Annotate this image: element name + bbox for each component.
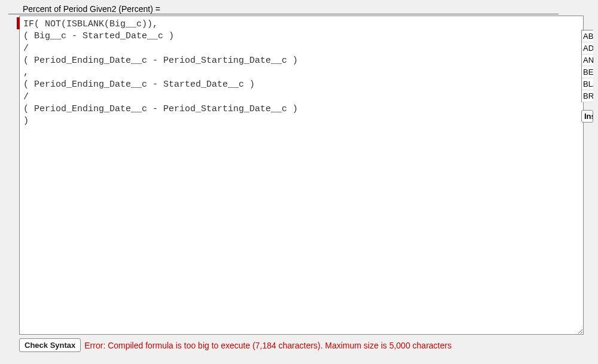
check-syntax-button[interactable]: Check Syntax <box>19 338 81 352</box>
function-item[interactable]: BEGINS <box>582 66 593 78</box>
editor-error-mark <box>17 17 20 29</box>
insert-function-button[interactable]: Insert <box>581 110 593 123</box>
function-item[interactable]: ABS <box>582 30 593 42</box>
formula-field-label: Percent of Period Given2 (Percent) = <box>8 4 559 14</box>
function-item[interactable]: BLANK <box>582 78 593 90</box>
function-item[interactable]: AND <box>582 54 593 66</box>
function-item[interactable]: BR <box>582 90 593 102</box>
syntax-error-message: Error: Compiled formula is too big to ex… <box>84 341 451 350</box>
formula-textarea[interactable] <box>19 16 584 335</box>
function-list[interactable]: ABS ADD AND BEGINS BLANK BR <box>581 30 593 102</box>
formula-editor-wrap: ABS ADD AND BEGINS BLANK BR Insert <box>8 16 592 335</box>
function-item[interactable]: ADD <box>582 42 593 54</box>
syntax-row: Check Syntax Error: Compiled formula is … <box>19 338 592 352</box>
